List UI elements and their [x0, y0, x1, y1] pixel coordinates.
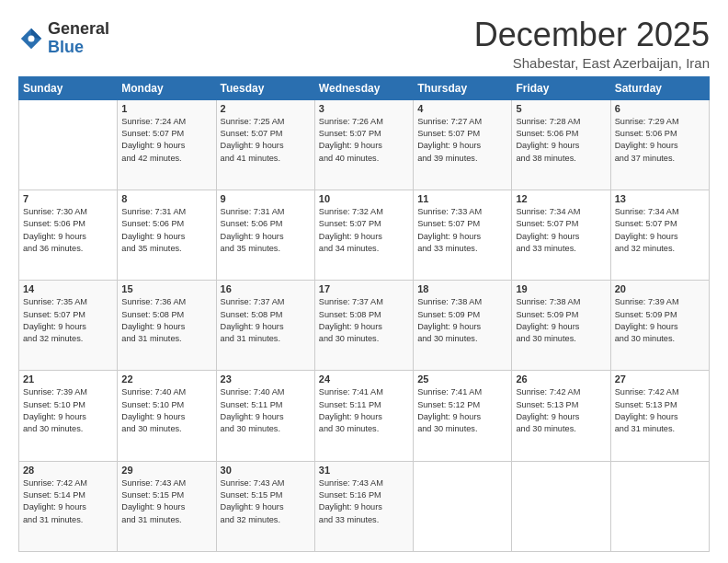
- day-info: Sunrise: 7:42 AMSunset: 5:13 PMDaylight:…: [615, 386, 705, 435]
- day-number: 1: [121, 103, 211, 114]
- column-header-monday: Monday: [118, 76, 216, 99]
- calendar-day: 29Sunrise: 7:43 AMSunset: 5:15 PMDayligh…: [118, 461, 216, 551]
- day-info: Sunrise: 7:43 AMSunset: 5:15 PMDaylight:…: [121, 477, 211, 526]
- title-block: December 2025 Shabestar, East Azerbaijan…: [474, 17, 710, 71]
- day-info: Sunrise: 7:35 AMSunset: 5:07 PMDaylight:…: [23, 296, 113, 345]
- day-number: 11: [417, 193, 507, 204]
- day-info: Sunrise: 7:37 AMSunset: 5:08 PMDaylight:…: [319, 296, 409, 345]
- calendar-week-3: 14Sunrise: 7:35 AMSunset: 5:07 PMDayligh…: [19, 281, 710, 371]
- column-header-thursday: Thursday: [414, 76, 512, 99]
- calendar-day: [19, 99, 118, 190]
- day-info: Sunrise: 7:43 AMSunset: 5:15 PMDaylight:…: [221, 477, 311, 526]
- column-header-friday: Friday: [512, 76, 610, 99]
- calendar-day: 24Sunrise: 7:41 AMSunset: 5:11 PMDayligh…: [314, 371, 413, 461]
- calendar-day: 12Sunrise: 7:34 AMSunset: 5:07 PMDayligh…: [512, 190, 610, 280]
- day-info: Sunrise: 7:41 AMSunset: 5:12 PMDaylight:…: [417, 386, 507, 435]
- calendar-day: 10Sunrise: 7:32 AMSunset: 5:07 PMDayligh…: [314, 190, 413, 280]
- calendar-day: [512, 461, 610, 551]
- calendar-day: 14Sunrise: 7:35 AMSunset: 5:07 PMDayligh…: [19, 281, 118, 371]
- day-number: 6: [615, 103, 705, 114]
- day-number: 27: [615, 373, 705, 385]
- day-info: Sunrise: 7:38 AMSunset: 5:09 PMDaylight:…: [417, 296, 507, 345]
- day-info: Sunrise: 7:43 AMSunset: 5:16 PMDaylight:…: [319, 477, 409, 526]
- day-info: Sunrise: 7:34 AMSunset: 5:07 PMDaylight:…: [516, 206, 606, 255]
- day-number: 24: [319, 373, 409, 385]
- day-info: Sunrise: 7:32 AMSunset: 5:07 PMDaylight:…: [319, 206, 409, 255]
- calendar-table: SundayMondayTuesdayWednesdayThursdayFrid…: [18, 76, 710, 552]
- day-info: Sunrise: 7:25 AMSunset: 5:07 PMDaylight:…: [221, 116, 311, 165]
- logo-general: General: [48, 20, 109, 39]
- day-info: Sunrise: 7:39 AMSunset: 5:10 PMDaylight:…: [23, 386, 113, 435]
- day-number: 18: [417, 283, 507, 294]
- logo-blue: Blue: [48, 39, 109, 57]
- day-number: 28: [23, 465, 113, 476]
- day-number: 7: [23, 193, 113, 204]
- calendar-day: 31Sunrise: 7:43 AMSunset: 5:16 PMDayligh…: [314, 461, 413, 551]
- calendar-day: 17Sunrise: 7:37 AMSunset: 5:08 PMDayligh…: [314, 281, 413, 371]
- page: General Blue December 2025 Shabestar, Ea…: [0, 0, 728, 563]
- logo-text: General Blue: [48, 20, 109, 57]
- calendar-day: 21Sunrise: 7:39 AMSunset: 5:10 PMDayligh…: [19, 371, 118, 461]
- day-info: Sunrise: 7:40 AMSunset: 5:10 PMDaylight:…: [121, 386, 211, 435]
- svg-point-2: [28, 35, 35, 41]
- day-info: Sunrise: 7:39 AMSunset: 5:09 PMDaylight:…: [615, 296, 705, 345]
- day-number: 25: [417, 373, 507, 385]
- calendar-day: 3Sunrise: 7:26 AMSunset: 5:07 PMDaylight…: [314, 99, 413, 190]
- day-number: 4: [417, 103, 507, 114]
- day-number: 3: [319, 103, 409, 114]
- day-info: Sunrise: 7:40 AMSunset: 5:11 PMDaylight:…: [221, 386, 311, 435]
- day-info: Sunrise: 7:30 AMSunset: 5:06 PMDaylight:…: [23, 206, 113, 255]
- calendar-day: [610, 461, 709, 551]
- day-info: Sunrise: 7:42 AMSunset: 5:14 PMDaylight:…: [23, 477, 113, 526]
- day-info: Sunrise: 7:36 AMSunset: 5:08 PMDaylight:…: [121, 296, 211, 345]
- header: General Blue December 2025 Shabestar, Ea…: [18, 17, 710, 71]
- column-header-wednesday: Wednesday: [314, 76, 413, 99]
- calendar-day: 25Sunrise: 7:41 AMSunset: 5:12 PMDayligh…: [414, 371, 512, 461]
- day-info: Sunrise: 7:37 AMSunset: 5:08 PMDaylight:…: [221, 296, 311, 345]
- calendar-day: 9Sunrise: 7:31 AMSunset: 5:06 PMDaylight…: [216, 190, 314, 280]
- calendar-day: 28Sunrise: 7:42 AMSunset: 5:14 PMDayligh…: [19, 461, 118, 551]
- logo: General Blue: [18, 20, 109, 57]
- calendar-day: 22Sunrise: 7:40 AMSunset: 5:10 PMDayligh…: [118, 371, 216, 461]
- calendar-day: 23Sunrise: 7:40 AMSunset: 5:11 PMDayligh…: [216, 371, 314, 461]
- day-number: 12: [516, 193, 606, 204]
- day-info: Sunrise: 7:29 AMSunset: 5:06 PMDaylight:…: [615, 116, 705, 165]
- day-number: 2: [221, 103, 311, 114]
- day-number: 15: [121, 283, 211, 294]
- calendar-day: 1Sunrise: 7:24 AMSunset: 5:07 PMDaylight…: [118, 99, 216, 190]
- day-number: 9: [221, 193, 311, 204]
- day-info: Sunrise: 7:42 AMSunset: 5:13 PMDaylight:…: [516, 386, 606, 435]
- day-info: Sunrise: 7:31 AMSunset: 5:06 PMDaylight:…: [121, 206, 211, 255]
- calendar-day: 13Sunrise: 7:34 AMSunset: 5:07 PMDayligh…: [610, 190, 709, 280]
- calendar-day: 16Sunrise: 7:37 AMSunset: 5:08 PMDayligh…: [216, 281, 314, 371]
- day-info: Sunrise: 7:31 AMSunset: 5:06 PMDaylight:…: [221, 206, 311, 255]
- calendar-day: 7Sunrise: 7:30 AMSunset: 5:06 PMDaylight…: [19, 190, 118, 280]
- day-info: Sunrise: 7:26 AMSunset: 5:07 PMDaylight:…: [319, 116, 409, 165]
- calendar-day: 6Sunrise: 7:29 AMSunset: 5:06 PMDaylight…: [610, 99, 709, 190]
- day-number: 10: [319, 193, 409, 204]
- day-number: 19: [516, 283, 606, 294]
- calendar-day: 5Sunrise: 7:28 AMSunset: 5:06 PMDaylight…: [512, 99, 610, 190]
- calendar-day: 30Sunrise: 7:43 AMSunset: 5:15 PMDayligh…: [216, 461, 314, 551]
- day-number: 22: [121, 373, 211, 385]
- calendar-week-5: 28Sunrise: 7:42 AMSunset: 5:14 PMDayligh…: [19, 461, 710, 551]
- calendar-day: 15Sunrise: 7:36 AMSunset: 5:08 PMDayligh…: [118, 281, 216, 371]
- subtitle: Shabestar, East Azerbaijan, Iran: [474, 55, 710, 71]
- day-number: 21: [23, 373, 113, 385]
- day-info: Sunrise: 7:28 AMSunset: 5:06 PMDaylight:…: [516, 116, 606, 165]
- calendar-day: 18Sunrise: 7:38 AMSunset: 5:09 PMDayligh…: [414, 281, 512, 371]
- day-number: 26: [516, 373, 606, 385]
- day-number: 13: [615, 193, 705, 204]
- day-number: 23: [221, 373, 311, 385]
- calendar-day: 8Sunrise: 7:31 AMSunset: 5:06 PMDaylight…: [118, 190, 216, 280]
- day-info: Sunrise: 7:27 AMSunset: 5:07 PMDaylight:…: [417, 116, 507, 165]
- day-number: 31: [319, 465, 409, 476]
- day-info: Sunrise: 7:33 AMSunset: 5:07 PMDaylight:…: [417, 206, 507, 255]
- column-header-tuesday: Tuesday: [216, 76, 314, 99]
- day-info: Sunrise: 7:41 AMSunset: 5:11 PMDaylight:…: [319, 386, 409, 435]
- day-number: 16: [221, 283, 311, 294]
- day-number: 17: [319, 283, 409, 294]
- calendar-header-row: SundayMondayTuesdayWednesdayThursdayFrid…: [19, 76, 710, 99]
- calendar-day: 11Sunrise: 7:33 AMSunset: 5:07 PMDayligh…: [414, 190, 512, 280]
- calendar-day: 2Sunrise: 7:25 AMSunset: 5:07 PMDaylight…: [216, 99, 314, 190]
